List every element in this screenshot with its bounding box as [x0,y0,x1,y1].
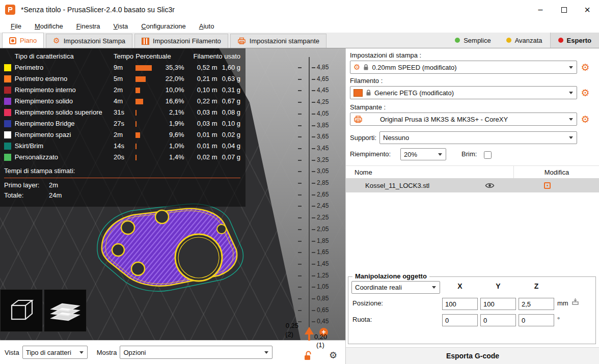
tab-print-settings[interactable]: ⚙ Impostazioni Stampa [46,34,132,48]
percent-bar [135,132,140,138]
percent-bar [135,121,137,127]
menu-edit[interactable]: Modifiche [28,21,70,32]
unlock-icon[interactable] [304,351,312,361]
eye-icon[interactable] [485,182,495,189]
legend-header-filament: Filamento usato [188,50,240,62]
menu-window[interactable]: Finestra [70,21,107,32]
feature-color-swatch [4,109,11,116]
filament-select[interactable]: Generic PETG (modificato) [350,86,577,99]
mode-advanced[interactable]: Avanzata [499,33,550,48]
rotate-z-input[interactable] [519,314,554,326]
object-name: Kossel_11_LOCK3.stl [346,182,454,189]
view-3d-toggle[interactable] [0,289,43,332]
printer-icon [237,37,246,45]
legend-row: Personalizzato20s1,4%0,02 m0,07 g [4,151,240,162]
filament-color-swatch [353,89,363,97]
rotate-y-input[interactable] [480,314,516,326]
add-color-change-icon[interactable]: + [319,328,328,337]
infill-label: Riempimento: [350,150,391,158]
position-z-input[interactable] [519,298,554,310]
axis-z-header: Z [519,282,554,290]
mode-expert[interactable]: Esperto [550,33,599,48]
view-type-select[interactable]: Tipo di caratteri [22,346,88,359]
print-settings-select[interactable]: ⚙ 0.20mm SPEED (modificato) [350,61,577,74]
lock-icon [363,64,369,71]
object-settings-icon[interactable] [544,182,551,189]
position-y-input[interactable] [480,298,516,310]
view-layers-toggle[interactable] [44,289,87,332]
feature-color-swatch [4,154,11,161]
percent-bar [135,65,152,71]
export-gcode-button[interactable]: Esporta G-code [346,347,599,364]
close-button[interactable]: × [576,0,599,19]
axis-y-header: Y [480,282,516,290]
coordinates-select[interactable]: Coordinate reali [351,281,440,294]
legend-body: Perimetro9m35,3%0,52 m1,60 gPerimetro es… [4,62,240,162]
show-options-select[interactable]: Opzioni [120,346,273,359]
show-label: Mostra [97,349,117,356]
tab-plater[interactable]: Piano [2,33,44,48]
mode-simple[interactable]: Semplice [447,33,498,48]
slider-track[interactable] [309,57,310,339]
chevron-down-icon [438,153,442,156]
chevron-down-icon [569,136,573,139]
legend-row: Skirt/Brim14s1,0%0,01 m0,04 g [4,140,240,151]
slider-settings-gear-icon[interactable]: ⚙ [329,351,337,360]
drop-to-bed-icon[interactable] [571,298,579,305]
window-title: *Senza titolo - PrusaSlicer-2.4.0 basato… [21,6,175,14]
mode-switcher: Semplice Avanzata Esperto [447,33,599,48]
maximize-button[interactable] [552,0,576,19]
feature-color-swatch [4,98,11,105]
tab-printer-settings[interactable]: Impostazioni stampante [230,34,326,48]
menu-bar: File Modifiche Finestra Vista Configuraz… [0,19,599,33]
rotate-x-input[interactable] [442,314,478,326]
menu-view[interactable]: Vista [107,21,135,32]
title-bar: *Senza titolo - PrusaSlicer-2.4.0 basato… [0,0,599,19]
gear-icon: ⚙ [53,37,60,45]
feature-color-swatch [4,120,11,127]
legend-header-percent: Percentuale [135,50,188,62]
3d-viewport[interactable]: Tipo di caratteristica Tempo Percentuale… [0,48,345,340]
first-layer-value: 2m [49,180,58,190]
gear-icon: ⚙ [353,64,360,71]
simple-mode-dot-icon [455,38,460,43]
brim-checkbox[interactable] [484,151,492,159]
printer-gear-button[interactable]: ⚙ [579,113,591,125]
printer-select[interactable]: Original Prusa i3 MK3S & MK3S+ - CoreXY [350,113,577,126]
view-label: Vista [5,349,19,356]
feature-color-swatch [4,131,11,138]
feature-legend: Tipo di caratteristica Tempo Percentuale… [0,48,246,207]
slider-handle-upper[interactable] [305,327,314,334]
print-settings-gear-button[interactable]: ⚙ [579,61,591,73]
chevron-down-icon [569,92,573,94]
estimates-title: Tempi di stampa stimati: [4,165,240,177]
position-label: Posizione: [352,299,383,307]
lock-icon [366,89,371,96]
total-time-value: 24m [49,190,62,201]
infill-select[interactable]: 20% [400,148,446,160]
plater-icon [9,37,16,44]
percent-bar [135,76,146,82]
chevron-down-icon [569,66,573,69]
legend-header-type: Tipo di caratteristica [15,50,114,62]
object-manipulation-panel: Manipolazione oggetto Coordinate reali X… [348,276,596,344]
filament-gear-button[interactable]: ⚙ [579,87,591,99]
filament-label: Filamento : [350,77,383,85]
menu-file[interactable]: File [4,21,28,32]
rotate-unit: ° [557,316,560,323]
sliced-object[interactable] [94,203,247,294]
minimize-button[interactable]: – [529,0,552,19]
manipulation-title: Manipolazione oggetto [352,272,429,280]
object-list-row[interactable]: Kossel_11_LOCK3.stl [346,179,599,192]
maximize-icon [561,7,567,13]
first-layer-label: Primo layer: [4,180,49,190]
legend-row: Riempimento solido superiore31s2,1%0,03 … [4,106,240,118]
percent-bar [135,88,140,93]
printer-icon [353,116,363,123]
menu-configuration[interactable]: Configurazione [134,21,192,32]
feature-color-swatch [4,75,11,82]
supports-select[interactable]: Nessuno [379,131,577,144]
menu-help[interactable]: Aiuto [193,21,221,32]
position-x-input[interactable] [442,298,478,310]
tab-filament-settings[interactable]: Impostazioni Filamento [134,34,228,48]
